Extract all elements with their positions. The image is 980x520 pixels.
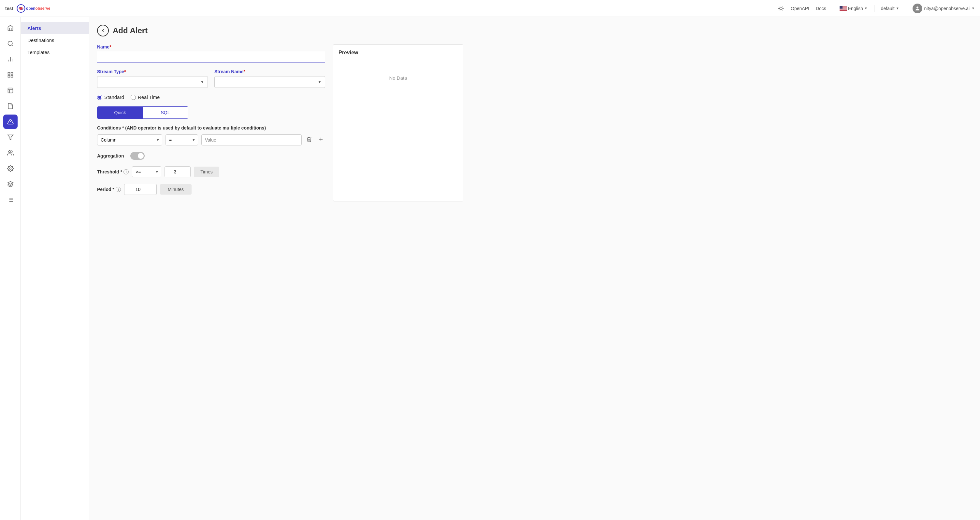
no-data-text: No Data: [339, 75, 458, 81]
period-row: Period * i Minutes: [97, 184, 325, 195]
query-mode-tabs: Quick SQL: [97, 106, 188, 119]
theme-toggle[interactable]: [778, 5, 784, 12]
avatar: [913, 3, 922, 13]
topnav-actions: OpenAPI Docs English ▼ default ▼: [778, 3, 975, 13]
org-selector[interactable]: default ▼: [881, 6, 899, 11]
divider2: [874, 5, 875, 12]
openapi-btn[interactable]: OpenAPI: [791, 6, 809, 11]
sub-sidebar-item-alerts[interactable]: Alerts: [21, 22, 89, 34]
aggregation-toggle[interactable]: [130, 152, 145, 160]
plus-icon: [318, 136, 324, 142]
search-icon: [7, 40, 14, 47]
period-label: Period * i: [97, 187, 121, 192]
sql-tab[interactable]: SQL: [143, 107, 188, 119]
user-email: nitya@openobserve.ai: [924, 6, 970, 11]
svg-rect-27: [11, 73, 13, 75]
trash-icon: [306, 136, 312, 142]
stream-name-label: Stream Name*: [215, 69, 325, 74]
standard-radio-label[interactable]: Standard: [97, 94, 124, 100]
language-label: English: [848, 6, 863, 11]
sidebar-item-pipelines[interactable]: [3, 130, 18, 144]
threshold-operator-select[interactable]: >= > = < <=: [132, 166, 161, 178]
conditions-group: Conditions * (AND operator is used by de…: [97, 125, 325, 146]
list-icon: [7, 197, 14, 203]
quick-tab[interactable]: Quick: [97, 107, 143, 119]
svg-rect-26: [8, 73, 10, 75]
sub-sidebar: Alerts Destinations Templates: [21, 17, 89, 520]
add-condition-button[interactable]: [317, 135, 325, 145]
sidebar: [0, 17, 21, 520]
threshold-value-input[interactable]: [164, 166, 191, 178]
sidebar-item-search[interactable]: [3, 36, 18, 51]
operator-select[interactable]: = != > <: [165, 135, 198, 146]
svg-text:openobserve: openobserve: [26, 6, 51, 11]
column-select[interactable]: Column: [97, 135, 162, 146]
language-selector[interactable]: English ▼: [840, 6, 868, 11]
back-button[interactable]: [97, 25, 109, 36]
period-value-input[interactable]: [124, 184, 157, 195]
content-layout: Name* Stream Type* logs metrics trac: [97, 44, 972, 201]
user-dropdown-arrow: ▼: [972, 6, 975, 10]
back-arrow-icon: [100, 28, 105, 33]
sidebar-item-alerts[interactable]: [3, 114, 18, 129]
svg-rect-29: [11, 76, 13, 78]
realtime-radio[interactable]: [130, 95, 136, 100]
svg-rect-28: [8, 76, 10, 78]
svg-rect-30: [8, 88, 13, 93]
operator-wrapper: = != > < ▼: [165, 135, 198, 146]
logo: openobserve: [16, 3, 55, 14]
stream-row: Stream Type* logs metrics traces ▼: [97, 69, 325, 88]
sub-sidebar-item-templates[interactable]: Templates: [21, 46, 89, 58]
sidebar-item-dashboard[interactable]: [3, 83, 18, 98]
svg-line-22: [11, 45, 13, 46]
user-menu[interactable]: nitya@openobserve.ai ▼: [913, 3, 975, 13]
settings-icon: [7, 165, 14, 172]
docs-btn[interactable]: Docs: [816, 6, 826, 11]
stream-type-label: Stream Type*: [97, 69, 208, 74]
svg-point-36: [8, 151, 11, 153]
svg-point-37: [10, 168, 11, 170]
name-input[interactable]: [97, 51, 325, 62]
standard-label: Standard: [104, 94, 124, 100]
svg-marker-35: [8, 135, 13, 140]
sidebar-item-streams[interactable]: [3, 68, 18, 82]
conditions-row: Column ▼ = != > < ▼: [97, 135, 325, 146]
threshold-info-icon: i: [124, 169, 129, 174]
preview-panel: Preview No Data: [333, 44, 463, 201]
aggregation-label: Aggregation: [97, 153, 124, 159]
standard-radio[interactable]: [97, 95, 102, 100]
delete-condition-button[interactable]: [305, 135, 313, 145]
divider3: [906, 5, 906, 12]
org-label: default: [881, 6, 895, 11]
realtime-radio-label[interactable]: Real Time: [130, 94, 160, 100]
divider: [833, 5, 833, 12]
sidebar-item-settings[interactable]: [3, 162, 18, 176]
brand: test openobserve: [5, 3, 55, 14]
sidebar-item-logs[interactable]: [3, 193, 18, 207]
svg-rect-19: [840, 6, 843, 9]
aggregation-row: Aggregation: [97, 152, 325, 160]
stream-name-select[interactable]: [215, 76, 325, 87]
dashboard-icon: [7, 87, 14, 94]
sidebar-item-iam[interactable]: [3, 146, 18, 160]
main-content: Add Alert Name* Stream Type*: [89, 17, 980, 520]
svg-point-3: [780, 7, 782, 10]
sun-icon: [778, 5, 784, 12]
plugin-icon: [7, 181, 14, 187]
sidebar-item-metrics[interactable]: [3, 52, 18, 67]
sidebar-item-integrations[interactable]: [3, 177, 18, 191]
sidebar-item-reports[interactable]: [3, 99, 18, 113]
filter-icon: [7, 134, 14, 141]
value-input[interactable]: [201, 135, 302, 146]
sub-sidebar-item-destinations[interactable]: Destinations: [21, 34, 89, 46]
sidebar-item-home[interactable]: [3, 21, 18, 35]
threshold-op-wrapper: >= > = < <= ▼: [132, 166, 161, 178]
svg-rect-18: [840, 10, 847, 10]
stream-name-wrapper: ▼: [215, 76, 325, 88]
users-icon: [7, 150, 14, 156]
bar-chart-icon: [7, 56, 14, 62]
page-header: Add Alert: [97, 25, 972, 36]
user-avatar-icon: [915, 6, 920, 11]
svg-rect-17: [840, 9, 847, 10]
stream-type-select[interactable]: logs metrics traces: [97, 76, 208, 87]
